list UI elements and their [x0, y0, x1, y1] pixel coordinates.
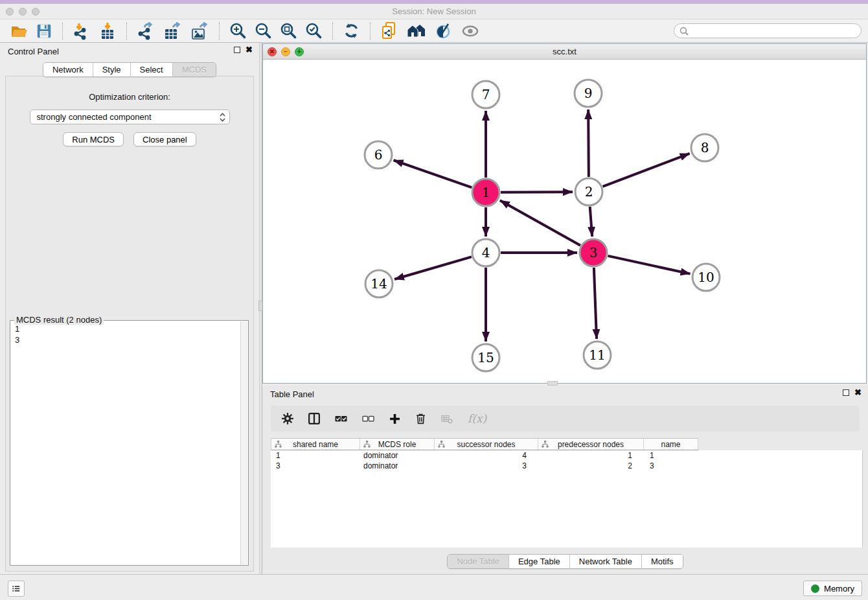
zoom-in-icon — [229, 22, 247, 40]
search-input[interactable] — [689, 26, 856, 36]
node-table[interactable]: 1 dominator 4 1 1 3 dominator 3 2 3 — [271, 450, 863, 548]
cell-shared-name[interactable]: 1 — [271, 451, 360, 460]
tree-icon — [542, 441, 549, 448]
column-header-successor-nodes[interactable]: successor nodes — [435, 439, 538, 450]
close-panel-icon[interactable]: ✖ — [246, 47, 253, 53]
table-settings-button[interactable] — [282, 413, 293, 424]
cell-name[interactable]: 3 — [643, 461, 698, 470]
column-header-mcds-role[interactable]: MCDS role — [360, 439, 435, 450]
select-all-button[interactable] — [335, 415, 347, 423]
table-row[interactable]: 3 dominator 3 2 3 — [271, 461, 862, 471]
graphics-details-button[interactable] — [433, 21, 454, 41]
tab-network-table[interactable]: Network Table — [570, 555, 642, 568]
application-window: Session: New Session — [0, 0, 868, 600]
cell-shared-name[interactable]: 3 — [271, 461, 360, 470]
cell-successor-nodes[interactable]: 3 — [434, 461, 538, 470]
graph-edge-2-8[interactable] — [603, 154, 690, 187]
show-column-button[interactable] — [308, 413, 320, 424]
cell-successor-nodes[interactable]: 4 — [434, 451, 538, 460]
mcds-result-group: MCDS result (2 nodes) 1 3 — [10, 320, 249, 566]
column-header-predecessor-nodes[interactable]: predecessor nodes — [538, 439, 644, 450]
unselect-all-button[interactable] — [362, 415, 374, 423]
horizontal-splitter-grip[interactable] — [547, 381, 558, 386]
network-close-button[interactable]: ✕ — [268, 47, 277, 56]
hide-details-button[interactable] — [459, 21, 481, 41]
network-canvas[interactable]: 7968124314101511 — [263, 60, 866, 383]
delete-table-button — [441, 414, 453, 424]
tab-select[interactable]: Select — [131, 63, 173, 76]
float-table-panel-icon[interactable] — [843, 389, 849, 396]
tab-node-table[interactable]: Node Table — [448, 555, 509, 568]
table-column-headers: shared name MCDS role successor nodes — [271, 438, 698, 450]
graph-node-label-9: 9 — [584, 86, 593, 101]
tab-edge-table[interactable]: Edge Table — [509, 555, 570, 568]
float-panel-icon[interactable] — [234, 47, 240, 53]
cell-name[interactable]: 1 — [643, 451, 698, 460]
search-field[interactable] — [674, 23, 862, 38]
search-icon — [680, 27, 689, 36]
graph-edge-4-14[interactable] — [394, 257, 472, 279]
import-network-button[interactable] — [71, 21, 92, 41]
zoom-in-button[interactable] — [228, 21, 248, 41]
optimization-criterion-select[interactable]: strongly connected component — [30, 110, 230, 124]
tab-mcds[interactable]: MCDS — [173, 63, 216, 76]
graph-node-label-14: 14 — [371, 276, 387, 292]
graph-edge-3-10[interactable] — [608, 256, 690, 274]
memory-status-icon — [811, 584, 819, 593]
graph-edge-3-11[interactable] — [594, 268, 597, 339]
zoom-out-button[interactable] — [253, 21, 273, 41]
open-session-button[interactable] — [9, 21, 29, 41]
network-maximize-button[interactable]: + — [295, 47, 304, 56]
graph-edge-3-1[interactable] — [500, 200, 580, 246]
graph-edge-2-3[interactable] — [590, 207, 592, 237]
cell-predecessor-nodes[interactable]: 2 — [538, 461, 643, 470]
network-minimize-button[interactable]: − — [281, 47, 290, 56]
add-row-button[interactable] — [389, 413, 400, 424]
cell-mcds-role[interactable]: dominator — [360, 451, 434, 460]
graph-node-label-8: 8 — [701, 140, 709, 156]
column-header-shared-name[interactable]: shared name — [271, 439, 360, 450]
cell-mcds-role[interactable]: dominator — [360, 461, 434, 470]
tab-motifs[interactable]: Motifs — [642, 555, 683, 568]
network-window-titlebar[interactable]: ✕ − + scc.txt — [263, 44, 866, 60]
apply-layout-button[interactable] — [341, 21, 361, 41]
column-header-name[interactable]: name — [644, 439, 698, 450]
import-table-button[interactable] — [97, 21, 118, 41]
window-title: Session: New Session — [0, 6, 868, 16]
zoom-selected-icon — [305, 22, 323, 40]
result-scrollbar[interactable] — [240, 321, 247, 564]
graph-edge-2-9[interactable] — [588, 110, 589, 177]
show-task-history-button[interactable] — [8, 581, 25, 597]
clone-network-icon — [380, 21, 398, 41]
mcds-result-text[interactable]: 1 3 — [11, 322, 240, 564]
window-titlebar[interactable]: Session: New Session — [0, 4, 868, 19]
houses-icon — [406, 23, 427, 40]
column-label: successor nodes — [457, 440, 515, 449]
export-table-icon — [163, 22, 182, 40]
graph-edge-1-2[interactable] — [501, 192, 573, 192]
export-table-button[interactable] — [161, 21, 183, 41]
graph-edge-1-6[interactable] — [394, 160, 472, 187]
tab-network[interactable]: Network — [43, 63, 93, 76]
zoom-selected-button[interactable] — [304, 21, 324, 41]
close-panel-button[interactable]: Close panel — [133, 132, 196, 146]
export-image-button[interactable] — [188, 21, 211, 41]
delete-row-button[interactable] — [415, 413, 426, 424]
table-toolbar: f(x) — [271, 406, 860, 432]
table-row[interactable]: 1 dominator 4 1 1 — [271, 450, 862, 461]
list-icon — [12, 584, 20, 593]
clone-network-button[interactable] — [379, 20, 400, 42]
save-session-button[interactable] — [34, 21, 54, 41]
graphics-details-icon — [435, 22, 453, 40]
run-mcds-button[interactable]: Run MCDS — [63, 132, 124, 146]
cell-predecessor-nodes[interactable]: 1 — [538, 451, 643, 460]
memory-button[interactable]: Memory — [803, 581, 862, 596]
plus-icon — [389, 413, 400, 424]
status-bar: Memory — [0, 574, 868, 600]
zoom-fit-button[interactable] — [279, 21, 299, 41]
tab-style[interactable]: Style — [93, 63, 131, 76]
close-table-panel-icon[interactable]: ✖ — [854, 389, 862, 396]
export-network-button[interactable] — [135, 21, 156, 41]
gear-icon — [282, 413, 293, 424]
first-neighbors-button[interactable] — [405, 21, 428, 41]
